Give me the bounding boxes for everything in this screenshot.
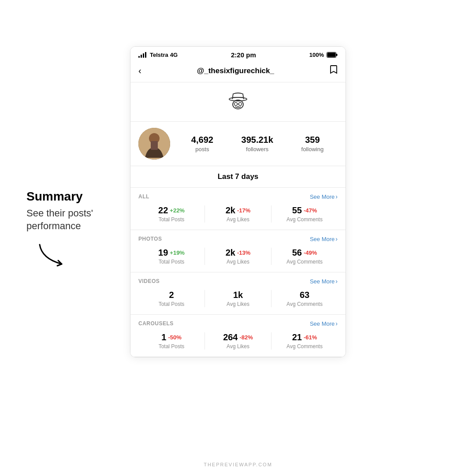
metric-label-2-1: Avg Likes xyxy=(208,301,268,307)
footer-label: THEPREVIEWAPP.COM xyxy=(204,462,272,467)
metric-label-3-2: Avg Comments xyxy=(274,343,335,350)
svg-point-6 xyxy=(234,103,238,106)
see-more-button-1[interactable]: See More › xyxy=(310,235,338,242)
stat-posts: 4,692 posts xyxy=(191,135,213,153)
posts-value: 4,692 xyxy=(191,135,213,145)
metric-value-1-2: 56-49% xyxy=(274,248,335,258)
bookmark-button[interactable] xyxy=(330,65,338,77)
category-title-0: ALL xyxy=(138,193,149,200)
metric-item-3-2: 21-61%Avg Comments xyxy=(271,332,338,350)
followers-label: followers xyxy=(246,146,268,152)
svg-rect-11 xyxy=(151,141,158,150)
profile-username: @_thesixfigurechick_ xyxy=(197,67,274,75)
arrow-container xyxy=(35,241,115,269)
metric-number-0-0: 22 xyxy=(158,205,168,216)
profile-stats: 4,692 posts 395.21k followers 359 follow… xyxy=(177,135,338,153)
following-label: following xyxy=(301,146,324,152)
metric-label-0-0: Total Posts xyxy=(141,216,202,223)
footer: THEPREVIEWAPP.COM xyxy=(0,462,476,467)
metric-number-3-1: 264 xyxy=(223,332,238,342)
metric-change-3-0: -50% xyxy=(168,334,181,341)
metric-value-2-0: 2 xyxy=(141,290,202,300)
metric-label-2-0: Total Posts xyxy=(141,301,202,307)
metric-item-3-1: 264-82%Avg Likes xyxy=(205,332,271,350)
metric-label-2-2: Avg Comments xyxy=(274,301,335,307)
metric-change-0-2: -47% xyxy=(304,207,317,214)
phone-frame: Telstra 4G 2:20 pm 100% ‹ @_thesixfigure… xyxy=(130,46,346,357)
status-bar: Telstra 4G 2:20 pm 100% xyxy=(130,47,346,61)
metric-change-1-2: -49% xyxy=(304,249,317,256)
posts-label: posts xyxy=(195,146,209,152)
metric-label-0-2: Avg Comments xyxy=(274,216,335,223)
metric-item-2-0: 2Total Posts xyxy=(138,290,205,307)
metric-change-0-1: -17% xyxy=(237,207,250,214)
metric-number-1-1: 2k xyxy=(226,248,235,258)
metric-number-2-2: 63 xyxy=(300,290,309,300)
metrics-row-2: 2Total Posts1kAvg Likes63Avg Comments xyxy=(138,290,338,307)
category-header-3: CAROUSELSSee More › xyxy=(138,320,338,327)
metric-value-3-1: 264-82% xyxy=(208,332,268,342)
metric-number-1-2: 56 xyxy=(292,248,302,258)
category-section-photos: PHOTOSSee More ›19+19%Total Posts2k-13%A… xyxy=(130,230,346,272)
metric-number-1-0: 19 xyxy=(158,248,168,258)
status-left: Telstra 4G xyxy=(138,52,178,58)
category-title-3: CAROUSELS xyxy=(138,320,174,327)
back-button[interactable]: ‹ xyxy=(138,66,141,76)
metric-value-2-2: 63 xyxy=(274,290,335,300)
svg-point-7 xyxy=(239,103,242,106)
annotation-description: See their posts' performance xyxy=(26,207,115,232)
metric-label-1-2: Avg Comments xyxy=(274,259,335,265)
category-header-0: ALLSee More › xyxy=(138,193,338,200)
metric-label-0-1: Avg Likes xyxy=(208,216,268,223)
status-right: 100% xyxy=(309,52,338,58)
metric-change-1-0: +19% xyxy=(170,249,185,256)
see-more-button-2[interactable]: See More › xyxy=(310,278,338,285)
category-title-1: PHOTOS xyxy=(138,236,162,242)
category-section-videos: VIDEOSSee More ›2Total Posts1kAvg Likes6… xyxy=(130,272,346,315)
profile-section: 4,692 posts 395.21k followers 359 follow… xyxy=(130,122,346,166)
category-section-all: ALLSee More ›22+22%Total Posts2k-17%Avg … xyxy=(130,188,346,230)
period-header: Last 7 days xyxy=(130,166,346,188)
metric-value-0-2: 55-47% xyxy=(274,205,335,216)
time-display: 2:20 pm xyxy=(231,51,256,59)
battery-icon xyxy=(327,52,338,58)
see-more-button-3[interactable]: See More › xyxy=(310,320,338,327)
see-more-button-0[interactable]: See More › xyxy=(310,193,338,200)
battery-percent: 100% xyxy=(309,52,324,58)
category-title-2: VIDEOS xyxy=(138,278,160,284)
categories-container: ALLSee More ›22+22%Total Posts2k-17%Avg … xyxy=(130,188,346,357)
metric-label-3-0: Total Posts xyxy=(141,343,202,350)
svg-rect-1 xyxy=(327,53,336,57)
metric-value-1-0: 19+19% xyxy=(141,248,202,258)
metrics-row-3: 1-50%Total Posts264-82%Avg Likes21-61%Av… xyxy=(138,332,338,350)
metrics-row-0: 22+22%Total Posts2k-17%Avg Likes55-47%Av… xyxy=(138,205,338,223)
stat-followers: 395.21k followers xyxy=(242,135,273,153)
metric-value-0-0: 22+22% xyxy=(141,205,202,216)
metric-item-2-1: 1kAvg Likes xyxy=(205,290,271,307)
arrow-icon xyxy=(35,241,71,268)
metric-number-3-2: 21 xyxy=(292,332,302,342)
avatar xyxy=(138,128,170,160)
metric-item-1-2: 56-49%Avg Comments xyxy=(271,248,338,265)
metric-change-0-0: +22% xyxy=(170,207,185,214)
metric-number-2-1: 1k xyxy=(233,290,243,300)
metric-number-2-0: 2 xyxy=(169,290,174,300)
metric-item-0-0: 22+22%Total Posts xyxy=(138,205,205,223)
metric-item-0-2: 55-47%Avg Comments xyxy=(271,205,338,223)
metric-value-3-2: 21-61% xyxy=(274,332,335,342)
category-section-carousels: CAROUSELSSee More ›1-50%Total Posts264-8… xyxy=(130,315,346,357)
metric-value-0-1: 2k-17% xyxy=(208,205,268,216)
metric-item-0-1: 2k-17%Avg Likes xyxy=(205,205,271,223)
svg-rect-2 xyxy=(336,54,338,56)
left-annotation: Summary See their posts' performance xyxy=(26,190,115,269)
metric-change-3-2: -61% xyxy=(304,334,317,341)
metric-number-0-2: 55 xyxy=(292,205,302,216)
spy-section xyxy=(130,82,346,122)
annotation-title: Summary xyxy=(26,190,115,204)
metric-value-3-0: 1-50% xyxy=(141,332,202,342)
metric-number-3-0: 1 xyxy=(161,332,166,342)
metric-change-1-1: -13% xyxy=(237,249,250,256)
avatar-image xyxy=(138,128,170,160)
metric-item-1-1: 2k-13%Avg Likes xyxy=(205,248,271,265)
metric-item-3-0: 1-50%Total Posts xyxy=(138,332,205,350)
